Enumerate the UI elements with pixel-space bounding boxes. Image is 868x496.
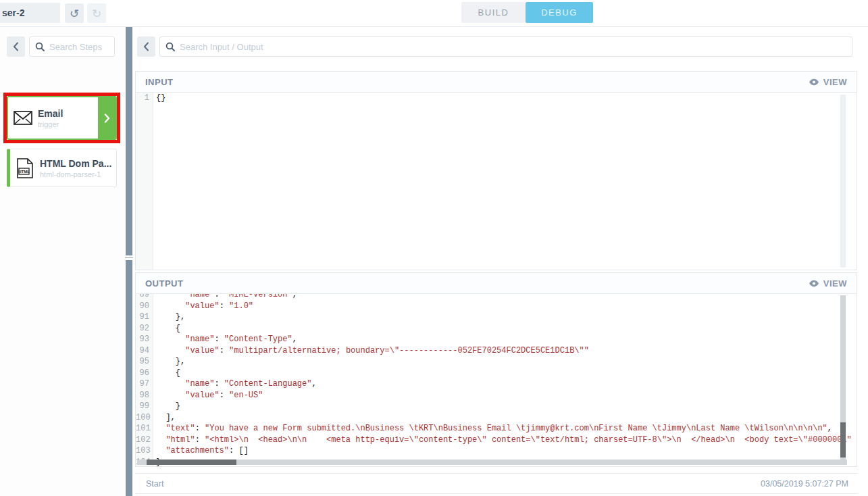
code-line: 103 "attachments": [] [136,445,857,457]
code-line: 96 { [136,368,857,379]
step-title: HTML Dom Pa... [40,158,116,169]
code-line: 102 "html": "<html>\n <head>\n\n <meta h… [136,435,857,446]
code-line: 99 } [136,401,857,412]
eye-icon [809,280,819,287]
steps-search [29,36,115,57]
code-line: 91 }, [136,312,857,323]
output-vertical-scrollbar[interactable] [840,295,846,460]
code-line: 101 "text": "You have a new Form submitt… [136,423,857,435]
output-view-button[interactable]: VIEW [809,278,847,289]
output-horizontal-scrollbar[interactable] [137,460,847,465]
svg-text:HTML: HTML [18,170,30,174]
html-file-icon: HTML [10,158,40,178]
line-number-gutter [136,93,153,270]
execution-times-footer: Start 03/05/2019 5:07:27 PM Finish 03/05… [135,473,857,496]
collapse-steps-button[interactable] [7,36,25,57]
code-line: 1{} [136,93,857,104]
code-line: 98 "value": "en-US" [136,390,857,401]
steps-search-input[interactable] [49,42,109,52]
step-subtitle: html-dom-parser-1 [40,170,116,178]
scrollbar-thumb[interactable] [840,422,846,457]
panel-divider[interactable] [126,27,132,496]
divider-resize-handle[interactable] [124,255,134,260]
search-icon [165,42,175,51]
io-search-input[interactable] [180,42,846,52]
input-panel-title: INPUT [145,77,174,87]
search-icon [35,42,45,51]
code-line: 89 "name": "MIME-Version", [136,294,857,301]
undo-button[interactable]: ↺ [65,3,84,23]
code-line: 90 "value": "1.0" [136,301,857,312]
code-line: 94 "value": "multipart/alternative; boun… [136,345,857,357]
flow-title[interactable]: ser-2 [0,3,60,23]
finish-time-row: Finish 03/05/2019 5:07:27 PM [135,493,857,496]
code-line: 100 ], [136,412,857,424]
input-panel-header: INPUT VIEW [136,72,857,93]
output-panel-header: OUTPUT VIEW [136,273,857,294]
output-code-editor[interactable]: 89 "name": "MIME-Version",90 "value": "1… [136,294,857,466]
input-code: 1{} [136,93,857,104]
output-panel: OUTPUT VIEW 89 "name": "MIME-Version",90… [135,272,857,467]
output-code: 89 "name": "MIME-Version",90 "value": "1… [136,294,857,466]
input-view-button[interactable]: VIEW [809,77,847,87]
redo-button: ↻ [87,3,106,23]
input-code-editor[interactable]: 1{} [136,93,857,270]
code-line: 95 }, [136,356,857,368]
tab-debug[interactable]: DEBUG [526,2,593,23]
input-view-label: VIEW [823,77,847,87]
scrollbar-thumb[interactable] [147,460,236,465]
chevron-left-icon [13,42,19,51]
eye-icon [809,78,819,86]
top-bar: ser-2 ↺ ↻ BUILD DEBUG [0,0,868,27]
chevron-left-icon [143,42,149,51]
annotation-highlight [3,93,120,143]
output-view-label: VIEW [823,278,847,289]
io-search [159,36,852,57]
tab-build[interactable]: BUILD [461,2,526,23]
output-panel-title: OUTPUT [145,278,183,289]
step-html-dom-parser[interactable]: HTML HTML Dom Pa... html-dom-parser-1 [7,149,117,187]
input-scrollbar[interactable] [840,95,846,268]
debug-main-panel: INPUT VIEW 1{} OUTPUT VIEW [132,27,868,496]
code-line: 97 "name": "Content-Language", [136,378,857,390]
code-line: 93 "name": "Content-Type", [136,334,857,345]
start-time-row: Start 03/05/2019 5:07:27 PM [135,473,857,493]
start-timestamp: 03/05/2019 5:07:27 PM [761,479,848,489]
code-line: 92 { [136,323,857,334]
input-panel: INPUT VIEW 1{} [135,71,857,270]
start-label: Start [146,479,163,489]
collapse-io-button[interactable] [137,36,155,57]
steps-sidebar: Email trigger HTML HTML Dom Pa... html-d… [0,27,126,496]
